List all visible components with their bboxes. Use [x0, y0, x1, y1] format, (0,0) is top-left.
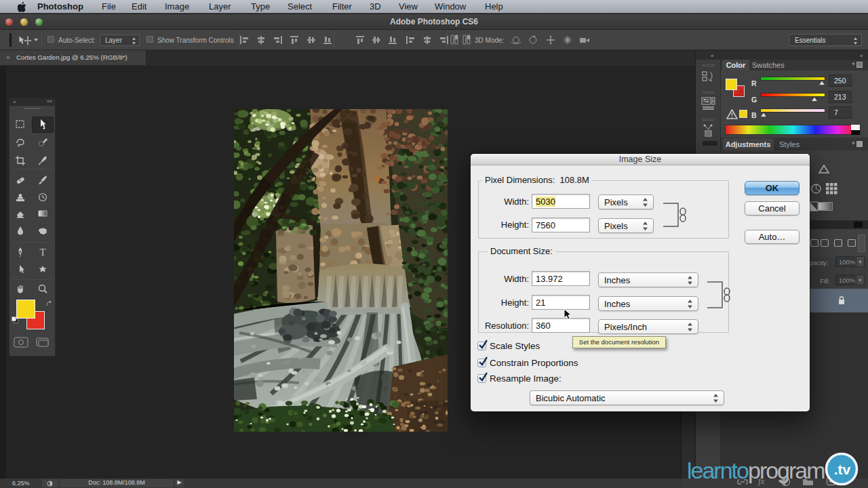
svg-text:.tv: .tv	[834, 462, 851, 477]
svg-text:T: T	[39, 247, 45, 258]
